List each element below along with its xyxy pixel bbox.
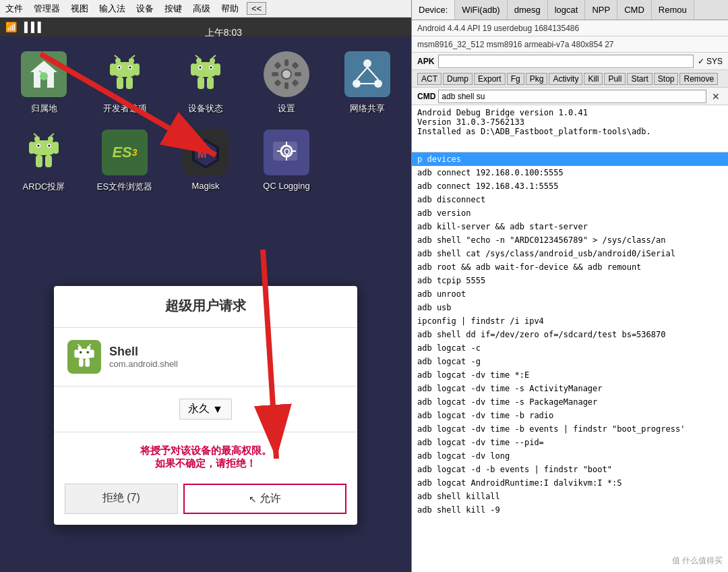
app-ardc[interactable]: ARDC投屏 bbox=[10, 128, 78, 193]
ardc-action-row: ACT Dump Export Fg Pkg Activity Kill Pul… bbox=[412, 70, 728, 88]
dropdown-item-20[interactable]: adb logcat -dv time -b events | findstr … bbox=[412, 422, 728, 436]
app-icon-guishudi bbox=[20, 50, 68, 98]
dropdown-item-3[interactable]: adb disconnect bbox=[412, 193, 728, 206]
btn-fg[interactable]: Fg bbox=[507, 73, 524, 85]
btn-remove[interactable]: Remove bbox=[679, 73, 718, 85]
status-left: 📶 ▐▐▐ bbox=[5, 22, 41, 32]
btn-act[interactable]: ACT bbox=[417, 73, 442, 85]
app-network-share[interactable]: 网络共享 bbox=[334, 50, 401, 115]
su-allow-label: 允许 bbox=[260, 492, 281, 506]
su-allow-button[interactable]: ↖ 允许 bbox=[183, 484, 346, 514]
menu-file[interactable]: 文件 bbox=[3, 1, 26, 16]
btn-pull[interactable]: Pull bbox=[604, 73, 626, 85]
svg-point-24 bbox=[210, 67, 212, 69]
btn-export[interactable]: Export bbox=[474, 73, 506, 85]
dropdown-item-13[interactable]: adb shell dd if=/dev/zero of=/sdcard/tes… bbox=[412, 328, 728, 341]
menu-help[interactable]: 帮助 bbox=[218, 1, 241, 16]
tab-npp[interactable]: NPP bbox=[585, 0, 617, 20]
svg-rect-79 bbox=[79, 359, 84, 367]
app-icon-qc-logging: Q bbox=[262, 128, 311, 177]
app-device-status[interactable]: 设备状态 bbox=[172, 50, 239, 115]
dropdown-item-22[interactable]: adb logcat -dv long bbox=[412, 449, 728, 463]
android-emulator-panel: 文件 管理器 视图 输入法 设备 按键 高级 帮助 << 📶 ▐▐▐ 上午8:0… bbox=[0, 0, 411, 572]
dropdown-item-6[interactable]: adb shell "echo -n "ARDC0123456789" > /s… bbox=[412, 233, 728, 247]
su-app-pkg: com.android.shell bbox=[109, 359, 178, 369]
app-developer[interactable]: 开发者选项 bbox=[91, 50, 158, 115]
svg-point-11 bbox=[129, 67, 131, 69]
menu-device[interactable]: 设备 bbox=[133, 1, 156, 16]
menu-view[interactable]: 视图 bbox=[68, 1, 91, 16]
app-label-developer: 开发者选项 bbox=[103, 103, 147, 115]
dropdown-item-17[interactable]: adb logcat -dv time -s ActivityManager bbox=[412, 382, 728, 395]
tab-device[interactable]: Device: bbox=[412, 0, 455, 20]
cmd-input[interactable] bbox=[438, 90, 706, 103]
svg-rect-15 bbox=[126, 77, 133, 89]
svg-rect-57 bbox=[45, 155, 52, 167]
back-button[interactable]: << bbox=[247, 2, 266, 15]
svg-rect-56 bbox=[36, 155, 42, 167]
menu-input[interactable]: 输入法 bbox=[96, 1, 128, 16]
svg-rect-30 bbox=[284, 59, 289, 66]
app-icon-ardc bbox=[20, 128, 68, 177]
dropdown-item-24[interactable]: adb logcat AndroidRuntime:I dalvikvm:I *… bbox=[412, 476, 728, 490]
app-magisk[interactable]: M Magisk bbox=[172, 128, 239, 193]
dropdown-item-19[interactable]: adb logcat -dv time -b radio bbox=[412, 409, 728, 422]
dropdown-item-4[interactable]: adb version bbox=[412, 206, 728, 220]
ardc-tabs: Device: WiFi(adb) dmesg logcat NPP CMD R… bbox=[412, 0, 728, 20]
sys-checkbox[interactable]: ✓ SYS bbox=[698, 57, 723, 66]
app-guishudi[interactable]: 归属地 bbox=[10, 50, 78, 115]
app-label-network-share: 网络共享 bbox=[350, 103, 385, 115]
btn-stop[interactable]: Stop bbox=[654, 73, 679, 85]
btn-pkg[interactable]: Pkg bbox=[526, 73, 548, 85]
svg-line-43 bbox=[367, 67, 378, 80]
dropdown-item-7[interactable]: adb shell cat /sys/class/android_usb/and… bbox=[412, 247, 728, 260]
app-qc-logging[interactable]: Q QC Logging bbox=[253, 128, 320, 193]
svg-line-5 bbox=[115, 55, 118, 58]
dropdown-item-23[interactable]: adb logcat -d -b events | findstr "boot" bbox=[412, 463, 728, 476]
menu-manager[interactable]: 管理器 bbox=[31, 1, 63, 16]
ardc-dropdown-list[interactable]: p devicesadb connect 192.168.0.100:5555a… bbox=[412, 152, 728, 572]
su-duration-select[interactable]: 永久 ▼ bbox=[179, 399, 232, 420]
btn-dump[interactable]: Dump bbox=[443, 73, 473, 85]
svg-rect-78 bbox=[90, 349, 94, 358]
cmd-close-button[interactable]: ✕ bbox=[709, 91, 723, 102]
dropdown-item-12[interactable]: ipconfig | findstr /i ipv4 bbox=[412, 314, 728, 328]
menu-keys[interactable]: 按键 bbox=[162, 1, 185, 16]
svg-rect-54 bbox=[29, 142, 34, 154]
dropdown-item-8[interactable]: adb root && adb wait-for-device && adb r… bbox=[412, 260, 728, 274]
app-es-file[interactable]: ES 3 ES文件浏览器 bbox=[91, 128, 158, 193]
btn-start[interactable]: Start bbox=[627, 73, 652, 85]
dropdown-item-14[interactable]: adb logcat -c bbox=[412, 341, 728, 355]
tab-logcat[interactable]: logcat bbox=[548, 0, 586, 20]
dropdown-item-1[interactable]: adb connect 192.168.0.100:5555 bbox=[412, 166, 728, 179]
dropdown-item-25[interactable]: adb shell killall bbox=[412, 490, 728, 503]
svg-rect-80 bbox=[85, 359, 90, 367]
apk-input[interactable] bbox=[438, 55, 693, 68]
dropdown-item-21[interactable]: adb logcat -dv time --pid= bbox=[412, 436, 728, 449]
dropdown-item-18[interactable]: adb logcat -dv time -s PackageManager bbox=[412, 395, 728, 409]
dropdown-item-10[interactable]: adb unroot bbox=[412, 287, 728, 301]
svg-rect-35 bbox=[291, 61, 299, 69]
btn-kill[interactable]: Kill bbox=[584, 73, 603, 85]
dropdown-item-0[interactable]: p devices bbox=[412, 152, 728, 166]
dropdown-item-15[interactable]: adb logcat -g bbox=[412, 355, 728, 368]
dropdown-item-2[interactable]: adb connect 192.168.43.1:5555 bbox=[412, 179, 728, 193]
app-settings[interactable]: 设置 bbox=[253, 50, 320, 115]
dropdown-item-11[interactable]: adb usb bbox=[412, 301, 728, 314]
tab-wifi[interactable]: WiFi(adb) bbox=[455, 0, 507, 20]
svg-point-39 bbox=[363, 59, 371, 67]
dropdown-arrow-icon: ▼ bbox=[212, 403, 223, 416]
ardc-cmd-row: CMD ✕ bbox=[412, 88, 728, 105]
app-label-es-file: ES文件浏览器 bbox=[97, 181, 152, 193]
su-dialog-title: 超级用户请求 bbox=[54, 286, 357, 322]
tab-remou[interactable]: Remou bbox=[652, 0, 694, 20]
dropdown-item-5[interactable]: adb kill-server && adb start-server bbox=[412, 220, 728, 233]
su-deny-button[interactable]: 拒绝 (7) bbox=[65, 484, 178, 514]
dropdown-item-9[interactable]: adb tcpip 5555 bbox=[412, 274, 728, 287]
tab-dmesg[interactable]: dmesg bbox=[508, 0, 548, 20]
dropdown-item-16[interactable]: adb logcat -dv time *:E bbox=[412, 368, 728, 382]
tab-cmd[interactable]: CMD bbox=[617, 0, 652, 20]
dropdown-item-26[interactable]: adb shell kill -9 bbox=[412, 503, 728, 517]
menu-advanced[interactable]: 高级 bbox=[190, 1, 213, 16]
btn-activity[interactable]: Activity bbox=[549, 73, 582, 85]
